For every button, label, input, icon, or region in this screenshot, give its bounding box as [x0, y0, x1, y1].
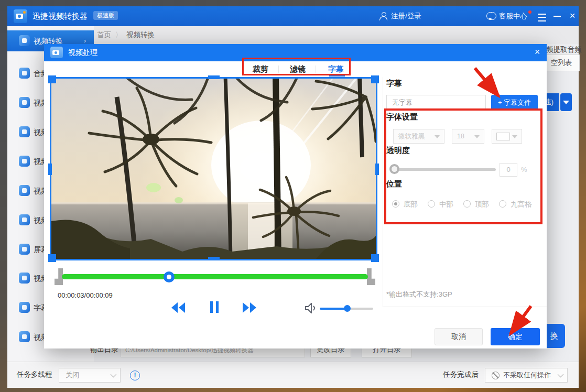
- video-icon: [19, 97, 30, 108]
- volume-fill: [320, 308, 347, 310]
- rewind-button[interactable]: [171, 302, 186, 315]
- screen: 迅捷视频转换器 极速版 注册/登录 客服中心 × 首页 〉 视频转换 视频转换 …: [0, 0, 586, 392]
- panel-divider: [383, 77, 383, 307]
- menu-icon[interactable]: [538, 14, 546, 21]
- volume-icon[interactable]: [305, 303, 317, 315]
- after-task-label: 任务完成后: [443, 362, 479, 388]
- multithread-select[interactable]: 关闭: [59, 368, 121, 383]
- convert-dropdown-button[interactable]: [560, 93, 572, 111]
- playhead[interactable]: [164, 271, 175, 282]
- annotation-box-tabs: [242, 58, 351, 75]
- breadcrumb-current: 视频转换: [126, 31, 155, 39]
- minimize-icon[interactable]: [554, 16, 561, 17]
- user-icon: [379, 12, 387, 20]
- app-title: 迅捷视频转换器: [32, 6, 88, 26]
- screen-record-icon: [19, 244, 30, 255]
- breadcrumb-sep: 〉: [115, 31, 123, 39]
- no-action-icon: [492, 372, 500, 379]
- video-icon: [19, 156, 30, 167]
- edition-badge: 极速版: [93, 11, 118, 20]
- clear-list-button[interactable]: 空列表: [543, 55, 580, 71]
- gif-icon: [19, 214, 30, 225]
- subtitle-heading: 字幕: [386, 79, 402, 89]
- crop-handle-sw[interactable]: [48, 254, 56, 262]
- volume-knob[interactable]: [344, 305, 351, 312]
- notification-dot: [528, 10, 531, 14]
- crop-handle-s[interactable]: [208, 257, 220, 260]
- cancel-button[interactable]: 取消: [435, 328, 483, 345]
- app-logo-icon: [14, 9, 27, 23]
- info-icon[interactable]: !: [130, 371, 140, 380]
- pause-button[interactable]: [210, 301, 219, 313]
- dialog-title: 视频处理: [68, 44, 97, 61]
- multithread-label: 任务多线程: [17, 362, 52, 388]
- after-task-select[interactable]: 不采取任何操作: [485, 368, 568, 383]
- crop-handle-w[interactable]: [48, 164, 52, 175]
- video-icon: [19, 126, 30, 137]
- time-display: 00:00:03/00:00:09: [58, 291, 113, 299]
- dialog-close-icon[interactable]: ×: [530, 44, 544, 61]
- ok-button[interactable]: 确定: [491, 328, 540, 345]
- crop-handle-n[interactable]: [208, 75, 220, 79]
- sunset-palm-scene: [51, 79, 376, 259]
- footer-divider: [383, 307, 547, 307]
- annotation-box-settings: [384, 108, 542, 224]
- subtitle-icon: [19, 302, 30, 313]
- format-note: *输出格式不支持:3GP: [386, 290, 452, 299]
- video-convert-icon: [19, 35, 30, 46]
- video-icon: [19, 185, 30, 196]
- video-icon: [19, 331, 30, 342]
- breadcrumb-home[interactable]: 首页: [97, 31, 111, 39]
- crop-handle-ne[interactable]: [371, 75, 379, 83]
- login-button[interactable]: 注册/登录: [391, 6, 421, 26]
- audio-icon: [19, 68, 30, 79]
- breadcrumb: 首页 〉 视频转换: [94, 26, 579, 44]
- crop-handle-nw[interactable]: [48, 75, 56, 83]
- video-icon: [19, 273, 30, 284]
- fast-forward-button[interactable]: [242, 302, 257, 315]
- tab-extract-audio-fragment[interactable]: 频提取音频: [546, 45, 582, 55]
- crop-handle-se[interactable]: [371, 254, 379, 262]
- chat-icon: [486, 12, 496, 20]
- dialog-camera-icon: [50, 47, 63, 58]
- video-preview: [50, 77, 377, 260]
- timeline-track[interactable]: [62, 274, 368, 279]
- crop-handle-e[interactable]: [375, 164, 379, 175]
- close-window-icon[interactable]: ×: [567, 6, 578, 26]
- support-button[interactable]: 客服中心: [499, 6, 527, 26]
